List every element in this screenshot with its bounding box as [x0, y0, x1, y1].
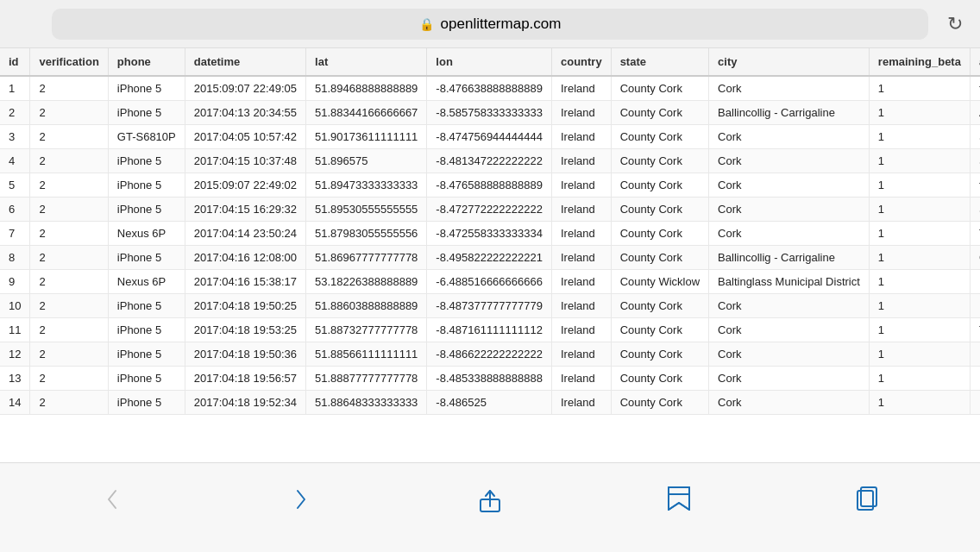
table-cell: Cork [709, 318, 870, 342]
table-cell: Tramore Road, Ballyphehane, Bally... [970, 222, 980, 246]
table-cell: 51.89468888888889 [306, 76, 427, 101]
reload-button[interactable]: ↻ [947, 13, 963, 35]
table-cell: Cork [709, 367, 870, 391]
table-cell: -6.488516666666666 [427, 270, 552, 294]
table-cell: iPhone 5 [108, 246, 185, 270]
table-row: 42iPhone 52017:04:15 10:37:4851.896575-8… [0, 149, 980, 173]
table-cell: Ireland [551, 270, 611, 294]
table-cell: iPhone 5 [108, 76, 185, 101]
table-header-row: id verification phone datetime lat lon c… [0, 48, 980, 76]
col-lat: lat [306, 48, 427, 76]
table-cell: 2017:04:18 19:56:57 [185, 367, 305, 391]
table-cell: County Cork [611, 367, 708, 391]
table-cell: -8.476588888888889 [427, 173, 552, 198]
table-cell: Lake Drive, Oldcourt, Blessington, I... [970, 270, 980, 294]
table-cell: 51.88344166666667 [306, 101, 427, 125]
table-cell: 2 [30, 246, 108, 270]
data-table-container[interactable]: id verification phone datetime lat lon c… [0, 48, 980, 462]
table-cell: 2017:04:05 10:57:42 [185, 125, 305, 149]
table-cell: 2017:04:18 19:50:25 [185, 294, 305, 318]
table-cell: 2015:09:07 22:49:02 [185, 173, 305, 198]
table-cell: Ireland [551, 198, 611, 222]
table-cell: Ireland [551, 246, 611, 270]
table-cell: 11 [0, 318, 30, 342]
bottom-toolbar [0, 462, 980, 552]
table-cell: 8 [0, 246, 30, 270]
table-cell: County Cork [611, 246, 708, 270]
table-cell: iPhone 5 [108, 149, 185, 173]
col-state: state [611, 48, 708, 76]
table-cell: 1 [869, 173, 970, 198]
table-cell: GT-S6810P [108, 125, 185, 149]
bookmarks-button[interactable] [653, 478, 705, 521]
table-cell: 1 [869, 294, 970, 318]
col-verification: verification [30, 48, 108, 76]
table-cell: 1 [869, 76, 970, 101]
table-cell: 2 [30, 222, 108, 246]
table-cell: County Cork [611, 125, 708, 149]
table-cell: -8.476638888888889 [427, 76, 552, 101]
table-cell: Cork [709, 173, 870, 198]
table-row: 82iPhone 52017:04:16 12:08:0051.86967777… [0, 246, 980, 270]
table-cell: Cork [709, 294, 870, 318]
address-bar: 🔒 openlittermap.com ↻ [0, 0, 980, 48]
table-cell: Lough Stores, Brookfield Lawn, Cro... [970, 342, 980, 367]
table-cell: -8.474756944444444 [427, 125, 552, 149]
table-cell: County Cork [611, 149, 708, 173]
table-cell: -8.585758333333333 [427, 101, 552, 125]
table-row: 52iPhone 52015:09:07 22:49:0251.89473333… [0, 173, 980, 198]
table-cell: Saint Mary's, Pope's Quay, Shando... [970, 125, 980, 149]
table-cell: iPhone 5 [108, 367, 185, 391]
table-cell: -8.486525 [427, 391, 552, 415]
table-cell: 4 [0, 149, 30, 173]
table-cell: 51.88603888888889 [306, 294, 427, 318]
col-country: country [551, 48, 611, 76]
table-cell: 1 [869, 101, 970, 125]
table-cell: 51.896575 [306, 149, 427, 173]
col-datetime: datetime [185, 48, 305, 76]
table-cell: 2 [30, 391, 108, 415]
table-cell: Cork [709, 149, 870, 173]
share-button[interactable] [464, 478, 516, 521]
table-cell: 2 [0, 101, 30, 125]
table-row: 102iPhone 52017:04:18 19:50:2551.8860388… [0, 294, 980, 318]
table-cell: 2017:04:13 20:34:55 [185, 101, 305, 125]
table-cell: 2017:04:15 10:37:48 [185, 149, 305, 173]
table-cell: Ireland [551, 76, 611, 101]
table-cell: County Cork [611, 391, 708, 415]
table-cell: -8.486622222222222 [427, 342, 552, 367]
table-cell: 51.89473333333333 [306, 173, 427, 198]
tabs-button[interactable] [842, 478, 894, 521]
table-cell: Cork [709, 198, 870, 222]
table-cell: iPhone 5 [108, 318, 185, 342]
table-cell: 1 [869, 246, 970, 270]
table-row: 62iPhone 52017:04:15 16:29:3251.89530555… [0, 198, 980, 222]
table-cell: Ballincollig - Carrigaline [709, 101, 870, 125]
table-cell: 2 [30, 294, 108, 318]
table-cell: Spar, Sullivan's Quay, South Gate A... [970, 198, 980, 222]
table-cell: Ireland [551, 294, 611, 318]
table-row: 12iPhone 52015:09:07 22:49:0551.89468888… [0, 76, 980, 101]
table-cell: 2 [30, 198, 108, 222]
table-row: 122iPhone 52017:04:18 19:50:3651.8856611… [0, 342, 980, 367]
table-cell: Nexus 6P [108, 222, 185, 246]
table-cell: 2 [30, 342, 108, 367]
table-cell: -8.495822222222221 [427, 246, 552, 270]
table-cell: 10 [0, 294, 30, 318]
back-button[interactable] [86, 478, 138, 521]
table-cell: 1 [869, 318, 970, 342]
url-bar[interactable]: 🔒 openlittermap.com [52, 9, 928, 40]
lock-icon: 🔒 [419, 17, 434, 31]
table-cell: formely known as Zam Zam, Barra... [970, 76, 980, 101]
url-text: openlittermap.com [441, 16, 562, 33]
table-cell: Cork [709, 391, 870, 415]
table-cell: Cork [709, 125, 870, 149]
table-cell: 51.89530555555555 [306, 198, 427, 222]
table-cell: -8.487377777777779 [427, 294, 552, 318]
table-cell: Ireland [551, 173, 611, 198]
table-cell: 2017:04:18 19:50:36 [185, 342, 305, 367]
forward-button[interactable] [275, 478, 327, 521]
table-cell: 1 [0, 76, 30, 101]
table-cell: 2017:04:14 23:50:24 [185, 222, 305, 246]
table-cell: County Cork [611, 318, 708, 342]
